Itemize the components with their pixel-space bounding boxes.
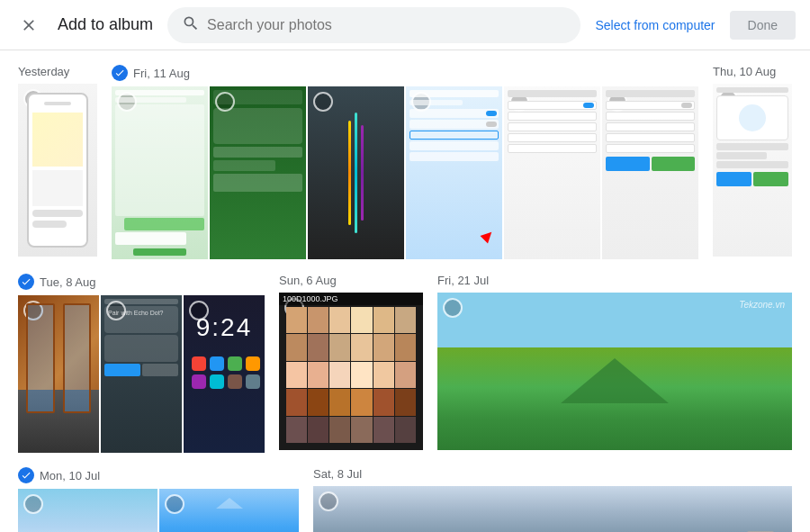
done-button[interactable]: Done (730, 11, 796, 40)
photo-thumb[interactable] (313, 486, 792, 532)
close-button[interactable] (14, 11, 43, 40)
photo-thumb[interactable] (713, 84, 792, 257)
photo-thumb[interactable]: Pair with Echo Dot? (101, 295, 182, 453)
photo-thumb[interactable] (18, 84, 97, 257)
section-thu-10-aug: Thu, 10 Aug (713, 65, 792, 259)
tue-photos: Pair with Echo Dot? 9:24 (18, 295, 265, 453)
page-title: Add to album (58, 15, 153, 34)
photo-thumb[interactable]: Tekzone.vn (437, 293, 792, 450)
date-label-fri: Fri, 11 Aug (112, 65, 698, 81)
select-circle[interactable] (23, 494, 43, 514)
section-fri-21-jul: Fri, 21 Jul Tekzone.vn (437, 274, 792, 453)
header-actions: Select from computer Done (595, 11, 796, 40)
date-label-tue: Tue, 8 Aug (18, 274, 265, 290)
header: Add to album Select from computer Done (0, 0, 810, 50)
photos-content: Yesterday Fri, 11 Aug (0, 50, 810, 532)
select-from-computer-link[interactable]: Select from computer (595, 18, 715, 32)
select-circle[interactable] (165, 494, 184, 514)
photo-thumb[interactable] (112, 86, 208, 259)
section-fri-11-aug: Fri, 11 Aug (112, 65, 698, 259)
photo-thumb[interactable] (504, 86, 600, 259)
section-sat-8-jul: Sat, 8 Jul (313, 467, 792, 532)
photo-thumb[interactable]: 100D1000.JPG (279, 293, 423, 450)
photo-thumb[interactable] (602, 86, 698, 259)
section-sun-6-aug: Sun, 6 Aug 100D1000.JPG (279, 274, 423, 453)
photo-thumb[interactable] (406, 86, 502, 259)
date-row-3: Mon, 10 Jul Sat, 8 Jul (18, 467, 792, 532)
date-label-fri21: Fri, 21 Jul (437, 274, 792, 287)
date-label-thu: Thu, 10 Aug (713, 65, 792, 78)
section-yesterday: Yesterday (18, 65, 97, 259)
photo-thumb[interactable] (159, 489, 299, 532)
date-row-1: Yesterday Fri, 11 Aug (18, 65, 792, 259)
filename-bar: 100D1000.JPG (279, 293, 423, 305)
photo-thumb[interactable] (210, 86, 306, 259)
search-input[interactable] (207, 17, 566, 33)
search-icon (182, 14, 200, 36)
search-bar (167, 7, 580, 43)
select-circle[interactable] (443, 298, 463, 318)
date-row-2: Tue, 8 Aug Pair with E (18, 274, 792, 453)
watermark: Tekzone.vn (739, 300, 785, 310)
photo-thumb[interactable] (308, 86, 404, 259)
mon-photos (18, 489, 299, 532)
photo-thumb[interactable] (18, 489, 158, 532)
check-icon (18, 274, 34, 290)
date-label-sun: Sun, 6 Aug (279, 274, 423, 287)
check-icon (18, 467, 34, 483)
date-label-yesterday: Yesterday (18, 65, 97, 78)
fri-photos-grid (112, 86, 698, 259)
select-circle[interactable] (319, 491, 338, 511)
check-icon (112, 65, 128, 81)
section-mon-10-jul: Mon, 10 Jul (18, 467, 299, 532)
photo-thumb[interactable]: 9:24 (184, 295, 265, 453)
section-tue-8-aug: Tue, 8 Aug Pair with E (18, 274, 265, 453)
date-label-mon: Mon, 10 Jul (18, 467, 299, 483)
photo-thumb[interactable] (18, 295, 99, 453)
date-label-sat: Sat, 8 Jul (313, 467, 792, 481)
